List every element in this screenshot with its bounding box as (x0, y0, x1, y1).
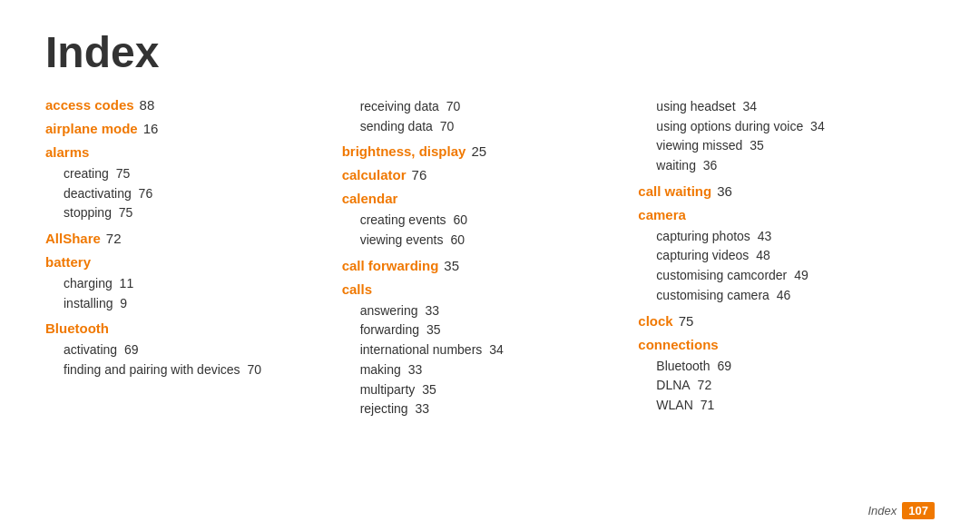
sub-page-number: 46 (773, 288, 790, 302)
sub-page-number: 35 (418, 382, 436, 397)
term-label: call waiting (638, 183, 711, 199)
sub-page-number: 60 (450, 212, 467, 227)
sub-page-number: 34 (485, 342, 503, 357)
sub-entry: waiting 36 (656, 156, 926, 176)
sub-page-number: 48 (752, 248, 769, 262)
entry-group: call forwarding35 (342, 258, 630, 274)
sub-entry: receiving data 70 (360, 97, 630, 117)
sub-page-number: 70 (436, 119, 454, 133)
sub-page-number: 76 (135, 186, 152, 201)
index-term: alarms (45, 144, 333, 161)
sub-page-number: 71 (697, 398, 714, 412)
sub-page-number: 70 (244, 362, 261, 377)
index-term: calculator76 (342, 167, 630, 183)
sub-entry: answering 33 (360, 301, 630, 321)
term-page-number: 25 (471, 143, 486, 159)
index-term: brightness, display25 (342, 143, 630, 160)
sub-entry: activating 69 (64, 340, 333, 360)
sub-page-number: 69 (714, 359, 731, 373)
sub-entry: viewing missed 35 (656, 136, 926, 156)
entry-group: Bluetoothactivating 69finding and pairin… (45, 320, 333, 379)
term-label: brightness, display (342, 143, 466, 159)
term-label: calendar (342, 191, 398, 206)
footer-page-number: 107 (902, 502, 935, 519)
term-label: camera (638, 207, 686, 222)
sub-page-number: 34 (807, 119, 824, 133)
term-page-number: 36 (717, 183, 732, 199)
entry-group: calculator76 (342, 167, 630, 183)
index-term: calendar (342, 191, 630, 207)
index-term: call forwarding35 (342, 258, 630, 274)
entry-group: using headset 34using options during voi… (638, 97, 926, 176)
sub-page-number: 35 (423, 322, 440, 337)
index-term: airplane mode16 (45, 121, 333, 137)
sub-entry: international numbers 34 (360, 340, 630, 360)
term-page-number: 75 (679, 313, 694, 329)
term-page-number: 76 (412, 167, 427, 182)
term-label: AllShare (45, 231, 101, 246)
term-label: battery (45, 254, 91, 270)
column-3: using headset 34using options during voi… (638, 97, 935, 427)
index-term: AllShare72 (45, 231, 333, 247)
sub-entry: sending data 70 (360, 117, 630, 137)
sub-entry: customising camera 46 (656, 286, 926, 306)
index-term: access codes88 (45, 97, 333, 113)
sub-page-number: 69 (121, 342, 138, 357)
index-term: calls (342, 281, 630, 298)
sub-entry: installing 9 (64, 294, 333, 314)
column-1: access codes88airplane mode16alarmscreat… (45, 97, 342, 427)
sub-entry: multiparty 35 (360, 380, 630, 400)
sub-entry: DLNA 72 (656, 376, 926, 396)
entry-group: callsanswering 33forwarding 35internatio… (342, 281, 630, 419)
index-term: connections (638, 337, 926, 353)
entry-group: brightness, display25 (342, 143, 630, 160)
term-page-number: 88 (140, 97, 155, 113)
entry-group: call waiting36 (638, 183, 926, 200)
term-label: alarms (45, 144, 89, 160)
index-term: camera (638, 207, 926, 223)
entry-group: airplane mode16 (45, 121, 333, 137)
page: Index access codes88airplane mode16alarm… (0, 0, 980, 445)
sub-page-number: 49 (790, 268, 808, 282)
sub-page-number: 43 (754, 229, 771, 243)
sub-entry: WLAN 71 (656, 396, 926, 416)
sub-entry: capturing photos 43 (656, 227, 926, 247)
term-label: Bluetooth (45, 320, 109, 336)
entry-group: access codes88 (45, 97, 333, 113)
term-label: calls (342, 281, 372, 297)
entry-group: cameracapturing photos 43capturing video… (638, 207, 926, 306)
sub-entry: forwarding 35 (360, 320, 630, 340)
sub-entry: capturing videos 48 (656, 246, 926, 266)
term-label: call forwarding (342, 258, 439, 273)
index-term: Bluetooth (45, 320, 333, 337)
sub-entry: making 33 (360, 360, 630, 380)
sub-page-number: 33 (422, 303, 439, 318)
sub-page-number: 33 (412, 401, 429, 416)
sub-entry: customising camcorder 49 (656, 266, 926, 286)
sub-entry: using headset 34 (656, 97, 926, 117)
page-title: Index (45, 27, 935, 77)
term-label: airplane mode (45, 121, 138, 136)
index-term: call waiting36 (638, 183, 926, 200)
entry-group: calendarcreating events 60viewing events… (342, 191, 630, 250)
index-columns: access codes88airplane mode16alarmscreat… (45, 97, 935, 427)
term-page-number: 16 (143, 121, 159, 136)
entry-group: clock75 (638, 313, 926, 330)
term-page-number: 72 (106, 231, 122, 246)
sub-entry: finding and pairing with devices 70 (64, 360, 333, 380)
sub-entry: stopping 75 (64, 203, 333, 223)
column-2: receiving data 70sending data 70brightne… (342, 97, 639, 427)
sub-page-number: 33 (405, 362, 422, 377)
sub-entry: creating events 60 (360, 211, 630, 231)
sub-page-number: 72 (694, 378, 711, 392)
term-label: clock (638, 313, 672, 329)
term-label: calculator (342, 167, 407, 182)
page-footer: Index 107 (867, 502, 935, 519)
sub-page-number: 36 (700, 158, 717, 172)
sub-entry: deactivating 76 (64, 184, 333, 204)
sub-entry: creating 75 (64, 164, 333, 184)
footer-label: Index (867, 504, 897, 517)
term-page-number: 35 (444, 258, 459, 273)
sub-page-number: 75 (113, 166, 130, 181)
sub-page-number: 35 (746, 138, 763, 153)
